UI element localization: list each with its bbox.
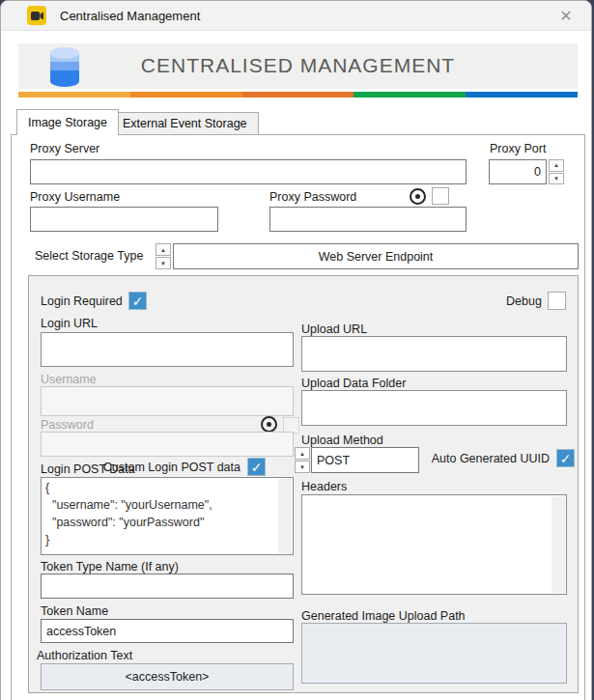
login-url-label: Login URL [41, 317, 98, 330]
window-title: Centralised Management [60, 9, 200, 23]
stripe-segment [18, 92, 130, 98]
custom-login-post-checkbox[interactable] [247, 458, 266, 476]
login-post-data-textarea[interactable]: { "username": "yourUsername", "password"… [41, 477, 294, 555]
login-required-checkbox[interactable] [128, 292, 147, 310]
login-required-label: Login Required [41, 294, 123, 308]
auto-generated-uuid-label: Auto Generated UUID [432, 452, 550, 465]
headers-text [302, 495, 552, 594]
spinner-down-icon[interactable]: ▼ [156, 257, 171, 269]
username-input[interactable] [41, 386, 294, 416]
proxy-port-input[interactable] [489, 159, 547, 184]
stripe-segment [242, 92, 354, 98]
headers-label: Headers [301, 480, 347, 493]
upload-method-spinner: ▲ ▼ [295, 447, 310, 473]
proxy-server-input[interactable] [30, 159, 467, 184]
upload-method-label: Upload Method [301, 434, 383, 447]
proxy-port-label: Proxy Port [490, 142, 546, 155]
custom-login-post-label: Custom Login POST data [103, 461, 240, 474]
token-type-name-input[interactable] [41, 574, 294, 599]
upload-url-label: Upload URL [301, 322, 367, 336]
spinner-up-icon[interactable]: ▲ [549, 159, 564, 172]
web-server-endpoint-groupbox: Login Required Debug Login URL Upload UR… [28, 275, 579, 693]
title-bar: Centralised Management ✕ [1, 1, 591, 31]
proxy-username-input[interactable] [30, 207, 218, 232]
password-label: Password [41, 418, 94, 432]
spinner-down-icon[interactable]: ▼ [295, 461, 310, 473]
headers-textarea[interactable] [301, 494, 567, 595]
proxy-server-label: Proxy Server [30, 142, 99, 155]
storage-type-spinner: ▲ ▼ [156, 243, 171, 269]
scrollbar[interactable] [278, 479, 292, 553]
authorization-text-label: Authorization Text [37, 649, 132, 662]
token-name-input[interactable] [41, 619, 294, 643]
page-title: CENTRALISED MANAGEMENT [18, 54, 578, 77]
generated-image-upload-path-label: Generated Image Upload Path [301, 609, 466, 623]
stripe-segment [354, 92, 466, 98]
generated-image-upload-path-value [301, 623, 567, 684]
password-input[interactable] [41, 432, 294, 457]
spinner-up-icon[interactable]: ▲ [295, 447, 310, 460]
authorization-text-value: <accessToken> [41, 663, 294, 690]
select-storage-type-label: Select Storage Type [35, 249, 143, 263]
username-label: Username [41, 373, 97, 386]
token-name-label: Token Name [41, 604, 108, 618]
token-type-name-label: Token Type Name (If any) [41, 560, 179, 574]
scrollbar[interactable] [552, 496, 565, 593]
debug-checkbox[interactable] [548, 292, 566, 310]
proxy-show-password-checkbox[interactable] [432, 187, 449, 205]
accent-stripe [18, 92, 578, 98]
upload-url-input[interactable] [301, 336, 567, 372]
spinner-down-icon[interactable]: ▼ [549, 173, 564, 185]
stripe-segment [466, 92, 578, 98]
tab-image-storage[interactable]: Image Storage [16, 109, 119, 135]
close-icon[interactable]: ✕ [555, 6, 577, 27]
upload-data-folder-input[interactable] [301, 390, 567, 426]
show-password-eye-icon[interactable] [410, 188, 426, 205]
proxy-password-label: Proxy Password [269, 190, 356, 204]
upload-data-folder-label: Upload Data Folder [301, 377, 406, 390]
proxy-port-spinner: ▲ ▼ [549, 159, 564, 184]
tab-external-event-storage[interactable]: External Event Storage [111, 112, 259, 135]
storage-type-value[interactable]: Web Server Endpoint [173, 243, 579, 269]
proxy-password-input[interactable] [269, 207, 467, 232]
auto-generated-uuid-checkbox[interactable] [556, 449, 575, 467]
stripe-segment [130, 92, 242, 98]
proxy-username-label: Proxy Username [30, 190, 120, 204]
app-camera-icon [27, 6, 46, 25]
show-password-eye-icon[interactable] [261, 416, 277, 433]
centralised-management-window: Centralised Management ✕ CENTRALISED MAN… [0, 0, 592, 700]
auto-uuid-row: Auto Generated UUID [348, 449, 575, 467]
debug-label: Debug [506, 294, 542, 308]
header-banner: CENTRALISED MANAGEMENT [18, 43, 578, 89]
spinner-up-icon[interactable]: ▲ [156, 243, 171, 256]
login-url-input[interactable] [41, 332, 294, 367]
login-post-data-text: { "username": "yourUsername", "password"… [42, 478, 278, 554]
custom-login-post-row: Custom Login POST data [41, 458, 266, 476]
